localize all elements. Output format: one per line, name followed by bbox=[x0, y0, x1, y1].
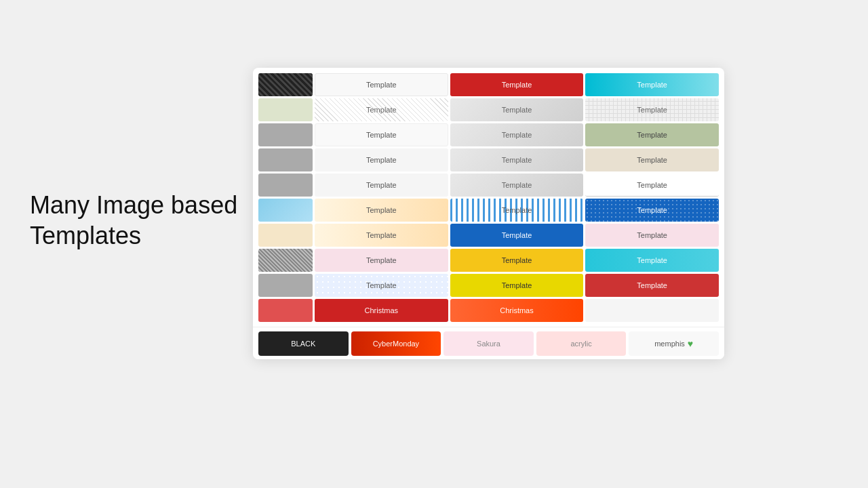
template-label-4-0: Template bbox=[366, 181, 397, 189]
template-cell-9-0[interactable]: Christmas bbox=[315, 299, 448, 322]
strip-memphis-label: memphis bbox=[654, 340, 685, 348]
thumb-row-3[interactable] bbox=[258, 148, 313, 171]
template-label-2-2: Template bbox=[637, 131, 667, 139]
template-label-3-2: Template bbox=[637, 156, 667, 164]
template-label-5-1: Template bbox=[502, 206, 532, 214]
template-label-0-2: Template bbox=[637, 81, 667, 89]
thumb-row-0[interactable] bbox=[258, 73, 313, 96]
template-label-9-1: Christmas bbox=[500, 306, 534, 314]
template-label-3-1: Template bbox=[502, 156, 532, 164]
template-cell-6-0[interactable]: Template bbox=[315, 224, 448, 247]
template-label-7-2: Template bbox=[637, 256, 667, 264]
template-cell-7-1[interactable]: Template bbox=[450, 249, 584, 272]
template-cell-7-0[interactable]: Template bbox=[315, 249, 448, 272]
template-label-6-2: Template bbox=[637, 231, 667, 239]
template-cell-2-0[interactable]: Template bbox=[315, 123, 448, 146]
template-panel: TemplateTemplateTemplateTemplateTemplate… bbox=[253, 68, 724, 359]
template-label-3-0: Template bbox=[366, 156, 397, 164]
template-cell-1-0[interactable]: Template bbox=[315, 98, 448, 121]
template-label-5-2: Template bbox=[637, 206, 667, 214]
template-cell-0-2[interactable]: Template bbox=[585, 73, 719, 96]
template-label-1-1: Template bbox=[502, 106, 532, 114]
thumb-row-4[interactable] bbox=[258, 174, 313, 197]
template-cell-8-0[interactable]: Template bbox=[315, 274, 448, 297]
template-label-4-1: Template bbox=[502, 181, 532, 189]
template-cell-3-2[interactable]: Template bbox=[585, 148, 719, 171]
template-label-4-2: Template bbox=[637, 181, 667, 189]
bottom-strip: BLACK CyberMonday Sakura acrylic memphis… bbox=[253, 327, 724, 359]
template-label-8-2: Template bbox=[637, 281, 667, 289]
template-cell-5-2[interactable]: Template bbox=[585, 199, 719, 222]
template-cell-7-2[interactable]: Template bbox=[585, 249, 719, 272]
template-label-8-1: Template bbox=[502, 281, 532, 289]
template-cell-3-1[interactable]: Template bbox=[450, 148, 584, 171]
template-label-6-0: Template bbox=[366, 231, 397, 239]
template-label-1-2: Template bbox=[637, 106, 667, 114]
template-label-0-0: Template bbox=[366, 81, 397, 89]
template-cell-0-1[interactable]: Template bbox=[450, 73, 584, 96]
heading-block: Many Image based Templates bbox=[30, 190, 237, 251]
template-label-0-1: Template bbox=[502, 81, 532, 89]
heading-line1: Many Image based bbox=[30, 190, 237, 220]
template-cell-1-2[interactable]: Template bbox=[585, 98, 719, 121]
thumb-row-5[interactable] bbox=[258, 199, 313, 222]
template-cell-4-0[interactable]: Template bbox=[315, 174, 448, 197]
strip-black[interactable]: BLACK bbox=[258, 331, 349, 356]
strip-sakura-label: Sakura bbox=[477, 340, 500, 348]
template-label-9-0: Christmas bbox=[365, 306, 399, 314]
template-label-7-0: Template bbox=[366, 256, 397, 264]
strip-cyber-label: CyberMonday bbox=[373, 340, 419, 348]
template-label-5-0: Template bbox=[366, 206, 397, 214]
template-cell-5-1[interactable]: Template bbox=[450, 199, 584, 222]
strip-cyber[interactable]: CyberMonday bbox=[351, 331, 441, 356]
template-cell-3-0[interactable]: Template bbox=[315, 148, 448, 171]
template-cell-9-2[interactable] bbox=[585, 299, 719, 322]
template-label-8-0: Template bbox=[366, 281, 397, 289]
strip-memphis[interactable]: memphis ♥ bbox=[629, 331, 719, 356]
template-cell-2-2[interactable]: Template bbox=[585, 123, 719, 146]
template-label-7-1: Template bbox=[502, 256, 532, 264]
template-cell-0-0[interactable]: Template bbox=[315, 73, 448, 96]
strip-acrylic-label: acrylic bbox=[570, 340, 591, 348]
strip-sakura[interactable]: Sakura bbox=[443, 331, 534, 356]
template-cell-9-1[interactable]: Christmas bbox=[450, 299, 584, 322]
strip-black-label: BLACK bbox=[291, 340, 315, 348]
template-cell-6-1[interactable]: Template bbox=[450, 224, 584, 247]
template-cell-1-1[interactable]: Template bbox=[450, 98, 584, 121]
template-cell-4-2[interactable]: Template bbox=[585, 174, 719, 197]
template-cell-2-1[interactable]: Template bbox=[450, 123, 584, 146]
heading-line2: Templates bbox=[30, 220, 237, 251]
thumb-row-1[interactable] bbox=[258, 98, 313, 121]
template-label-2-1: Template bbox=[502, 131, 532, 139]
thumb-row-8[interactable] bbox=[258, 274, 313, 297]
template-label-1-0: Template bbox=[366, 106, 397, 114]
thumb-row-6[interactable] bbox=[258, 224, 313, 247]
template-cell-5-0[interactable]: Template bbox=[315, 199, 448, 222]
thumb-row-2[interactable] bbox=[258, 123, 313, 146]
thumb-row-9[interactable] bbox=[258, 299, 313, 322]
template-grid: TemplateTemplateTemplateTemplateTemplate… bbox=[258, 73, 719, 322]
template-cell-8-2[interactable]: Template bbox=[585, 274, 719, 297]
template-cell-4-1[interactable]: Template bbox=[450, 174, 584, 197]
thumb-row-7[interactable] bbox=[258, 249, 313, 272]
heart-icon: ♥ bbox=[688, 338, 693, 349]
template-label-2-0: Template bbox=[366, 131, 397, 139]
template-cell-8-1[interactable]: Template bbox=[450, 274, 584, 297]
strip-acrylic[interactable]: acrylic bbox=[536, 331, 627, 356]
template-cell-6-2[interactable]: Template bbox=[585, 224, 719, 247]
template-label-6-1: Template bbox=[502, 231, 532, 239]
